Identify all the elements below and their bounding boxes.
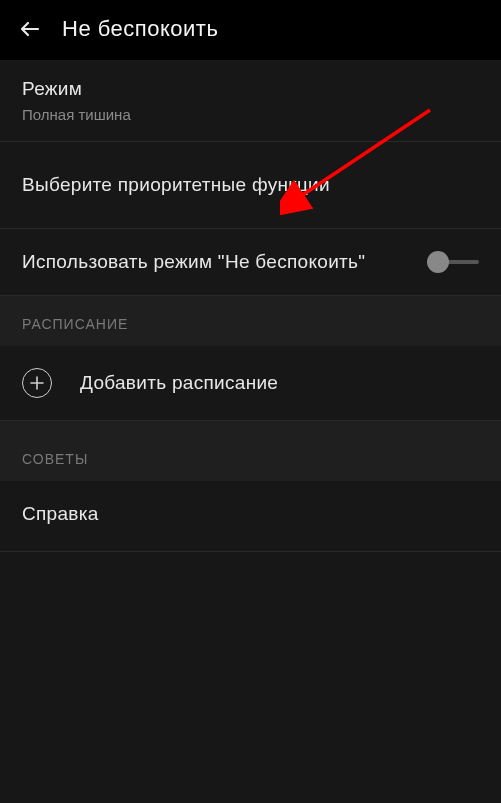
back-button[interactable]: [16, 15, 44, 43]
dnd-settings-screen: Не беспокоить Режим Полная тишина Выбери…: [0, 0, 501, 803]
row-priority-title: Выберите приоритетные функции: [22, 174, 479, 196]
section-schedule: РАСПИСАНИЕ: [0, 296, 501, 346]
app-header: Не беспокоить: [0, 0, 501, 60]
row-mode[interactable]: Режим Полная тишина: [0, 60, 501, 142]
row-use-dnd[interactable]: Использовать режим "Не беспокоить": [0, 229, 501, 296]
row-help[interactable]: Справка: [0, 481, 501, 552]
section-spacer: [0, 421, 501, 441]
arrow-left-icon: [18, 17, 42, 41]
section-tips: СОВЕТЫ: [0, 441, 501, 481]
row-mode-subtitle: Полная тишина: [22, 106, 479, 123]
row-add-schedule-title: Добавить расписание: [80, 372, 278, 394]
settings-list: Режим Полная тишина Выберите приоритетны…: [0, 60, 501, 803]
row-mode-title: Режим: [22, 78, 479, 100]
row-priority-functions[interactable]: Выберите приоритетные функции: [0, 142, 501, 229]
bottom-fill: [0, 552, 501, 803]
row-add-schedule[interactable]: Добавить расписание: [0, 346, 501, 421]
row-use-dnd-title: Использовать режим "Не беспокоить": [22, 251, 365, 273]
page-title: Не беспокоить: [62, 16, 218, 42]
row-help-title: Справка: [22, 503, 479, 525]
toggle-thumb: [427, 251, 449, 273]
use-dnd-toggle[interactable]: [427, 251, 479, 273]
plus-icon: [22, 368, 52, 398]
